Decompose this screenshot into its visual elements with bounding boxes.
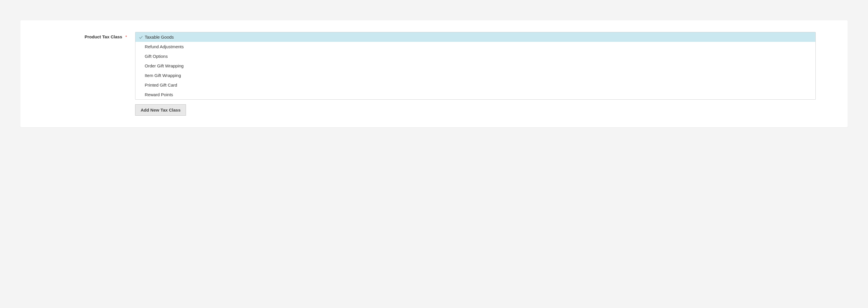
option-label: Refund Adjustments (145, 44, 184, 49)
option-label: Printed Gift Card (145, 83, 177, 88)
form-card: Product Tax Class * Taxable Goods Refund… (20, 20, 848, 127)
listbox-option-taxable-goods[interactable]: Taxable Goods (135, 32, 815, 42)
product-tax-class-listbox[interactable]: Taxable Goods Refund Adjustments Gift Op… (135, 32, 816, 100)
option-label: Item Gift Wrapping (145, 73, 181, 78)
listbox-option-gift-options[interactable]: Gift Options (135, 52, 815, 61)
option-label: Gift Options (145, 54, 168, 59)
product-tax-class-row: Product Tax Class * Taxable Goods Refund… (52, 32, 816, 116)
listbox-option-reward-points[interactable]: Reward Points (135, 90, 815, 99)
button-row: Add New Tax Class (135, 104, 816, 116)
listbox-option-printed-gift-card[interactable]: Printed Gift Card (135, 80, 815, 90)
listbox-option-item-gift-wrapping[interactable]: Item Gift Wrapping (135, 71, 815, 80)
listbox-option-refund-adjustments[interactable]: Refund Adjustments (135, 42, 815, 52)
option-label: Taxable Goods (145, 35, 174, 39)
listbox-option-order-gift-wrapping[interactable]: Order Gift Wrapping (135, 61, 815, 71)
label-column: Product Tax Class * (52, 32, 135, 39)
required-indicator: * (125, 34, 127, 39)
add-new-tax-class-button[interactable]: Add New Tax Class (135, 104, 186, 116)
product-tax-class-label: Product Tax Class (85, 34, 122, 39)
field-column: Taxable Goods Refund Adjustments Gift Op… (135, 32, 816, 116)
check-icon (139, 35, 143, 39)
option-label: Reward Points (145, 92, 173, 97)
option-label: Order Gift Wrapping (145, 63, 184, 68)
